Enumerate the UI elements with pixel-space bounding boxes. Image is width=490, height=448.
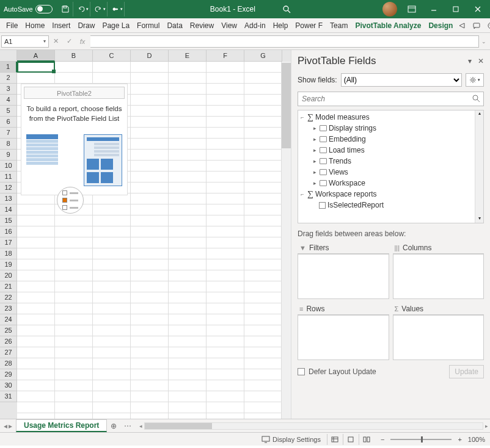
filters-area[interactable]: ▼Filters — [298, 242, 389, 299]
row-header-2[interactable]: 2 — [0, 73, 17, 84]
row-header-12[interactable]: 12 — [0, 182, 17, 193]
row-header-15[interactable]: 15 — [0, 215, 17, 226]
columns-area[interactable]: |||Columns — [393, 242, 485, 299]
row-header-3[interactable]: 3 — [0, 84, 17, 95]
row-header-7[interactable]: 7 — [0, 128, 17, 139]
page-break-view-icon[interactable] — [359, 434, 375, 445]
row-header-20[interactable]: 20 — [0, 270, 17, 281]
tab-formulas[interactable]: Formul — [133, 18, 163, 32]
row-header-24[interactable]: 24 — [0, 314, 17, 325]
zoom-in-icon[interactable]: + — [458, 436, 461, 443]
row-header-26[interactable]: 26 — [0, 336, 17, 347]
close-icon[interactable] — [469, 2, 486, 16]
tools-gear-button[interactable]: ▾ — [466, 73, 484, 87]
update-button[interactable]: Update — [449, 365, 484, 378]
col-header-D[interactable]: D — [131, 50, 169, 62]
tab-design[interactable]: Design — [425, 18, 456, 32]
smiley-icon[interactable] — [486, 20, 490, 31]
tab-insert[interactable]: Insert — [48, 18, 74, 32]
field-workspace[interactable]: ▸Workspace — [298, 178, 475, 189]
show-fields-select[interactable]: (All) — [341, 73, 462, 87]
field-search-input[interactable] — [298, 92, 484, 106]
col-header-A[interactable]: A — [17, 50, 55, 62]
tab-home[interactable]: Home — [21, 18, 48, 32]
row-header-27[interactable]: 27 — [0, 347, 17, 358]
tab-view[interactable]: View — [218, 18, 241, 32]
zoom-level[interactable]: 100% — [468, 436, 485, 443]
field-isselectedreport[interactable]: IsSelectedReport — [298, 200, 475, 211]
row-header-17[interactable]: 17 — [0, 237, 17, 248]
field-display-strings[interactable]: ▸Display strings — [298, 123, 475, 134]
row-header-1[interactable]: 1 — [0, 62, 17, 73]
touch-mode-icon[interactable]: ▾ — [110, 2, 125, 16]
row-header-14[interactable]: 14 — [0, 204, 17, 215]
tab-data[interactable]: Data — [163, 18, 186, 32]
row-header-10[interactable]: 10 — [0, 161, 17, 172]
row-header-19[interactable]: 19 — [0, 259, 17, 270]
sheet-tab-usage-metrics[interactable]: Usage Metrics Report — [16, 419, 107, 432]
pane-close-icon[interactable]: ✕ — [478, 57, 484, 65]
field-model-measures[interactable]: ⌐∑Model measures — [298, 112, 475, 123]
row-header-28[interactable]: 28 — [0, 358, 17, 369]
row-header-11[interactable]: 11 — [0, 172, 17, 182]
maximize-icon[interactable] — [447, 2, 464, 16]
rows-area[interactable]: ≡Rows — [298, 303, 389, 360]
values-area[interactable]: ΣValues — [393, 303, 485, 360]
row-header-4[interactable]: 4 — [0, 95, 17, 106]
redo-icon[interactable]: ▾ — [93, 2, 108, 16]
comments-icon[interactable] — [471, 20, 482, 31]
page-layout-view-icon[interactable] — [343, 434, 359, 445]
col-header-F[interactable]: F — [207, 50, 244, 62]
search-icon[interactable] — [472, 94, 480, 103]
defer-update-checkbox[interactable] — [298, 368, 305, 375]
tab-pivottable-analyze[interactable]: PivotTable Analyze — [351, 18, 425, 32]
tab-addins[interactable]: Add-in — [241, 18, 269, 32]
active-cell[interactable] — [17, 62, 55, 73]
row-header-22[interactable]: 22 — [0, 292, 17, 303]
horizontal-scrollbar[interactable] — [144, 422, 483, 430]
user-avatar[interactable] — [382, 2, 397, 16]
sheet-nav-prev-icon[interactable]: ◂ — [4, 422, 7, 430]
field-list-scrollbar[interactable]: ▴▾ — [475, 110, 483, 223]
col-header-E[interactable]: E — [169, 50, 207, 62]
select-all-corner[interactable] — [0, 50, 17, 62]
field-list[interactable]: ⌐∑Model measures▸Display strings▸Embeddi… — [298, 110, 484, 223]
row-header-30[interactable]: 30 — [0, 380, 17, 391]
col-header-G[interactable]: G — [244, 50, 282, 62]
tab-help[interactable]: Help — [269, 18, 292, 32]
tab-team[interactable]: Team — [326, 18, 351, 32]
cancel-formula-icon[interactable]: ✕ — [49, 35, 62, 48]
tab-page-layout[interactable]: Page La — [98, 18, 133, 32]
expand-formula-bar-icon[interactable]: ⌄ — [479, 38, 489, 45]
pane-dropdown-icon[interactable]: ▾ — [468, 57, 472, 65]
col-header-B[interactable]: B — [55, 50, 93, 62]
row-header-25[interactable]: 25 — [0, 325, 17, 336]
row-header-23[interactable]: 23 — [0, 303, 17, 314]
col-header-C[interactable]: C — [93, 50, 131, 62]
enter-formula-icon[interactable]: ✓ — [62, 35, 76, 48]
zoom-out-icon[interactable]: − — [381, 436, 384, 443]
vertical-scrollbar[interactable] — [281, 62, 291, 419]
sheet-nav-next-icon[interactable]: ▸ — [9, 422, 12, 430]
row-header-13[interactable]: 13 — [0, 193, 17, 204]
zoom-slider[interactable] — [390, 439, 452, 440]
pivottable-placeholder[interactable]: PivotTable2 To build a report, choose fi… — [21, 84, 128, 195]
row-header-18[interactable]: 18 — [0, 248, 17, 259]
worksheet-grid[interactable]: A B C D E F G 12345678910111213141516171… — [0, 50, 291, 419]
autosave-toggle[interactable]: AutoSave — [4, 5, 53, 13]
tab-review[interactable]: Review — [186, 18, 218, 32]
field-load-times[interactable]: ▸Load times — [298, 145, 475, 156]
field-views[interactable]: ▸Views — [298, 167, 475, 178]
sheet-overflow-icon[interactable]: ⋯ — [124, 422, 131, 430]
hscroll-right-icon[interactable]: ▸ — [485, 423, 488, 429]
row-header-5[interactable]: 5 — [0, 106, 17, 117]
search-icon[interactable] — [282, 5, 291, 13]
tab-power-pivot[interactable]: Power F — [291, 18, 326, 32]
row-header-9[interactable]: 9 — [0, 150, 17, 161]
hscroll-left-icon[interactable]: ◂ — [139, 423, 142, 429]
minimize-icon[interactable] — [425, 2, 442, 16]
save-icon[interactable] — [59, 2, 73, 16]
field-workspace-reports[interactable]: ⌐∑Workspace reports — [298, 189, 475, 200]
new-sheet-button[interactable]: ⊕ — [107, 422, 120, 430]
row-header-31[interactable]: 31 — [0, 391, 17, 402]
